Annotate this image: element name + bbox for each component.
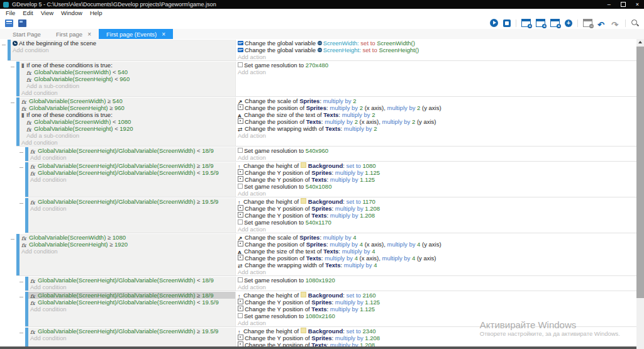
condition-row[interactable]: GlobalVariable(ScreenHeight) ≥ 960 (19, 104, 235, 111)
action-row[interactable]: Change the height of Background: set to … (236, 198, 636, 205)
action-row[interactable]: Change the Y position of Texts: multiply… (236, 306, 636, 313)
actions-cell[interactable]: Change the global variable ScreenWidth: … (235, 40, 636, 60)
add-plus-icon[interactable] (565, 19, 572, 27)
actions-cell[interactable]: Change the height of Background: set to … (235, 328, 636, 349)
tab-start-page[interactable]: Start Page (5, 29, 48, 39)
add-comment-icon[interactable] (550, 19, 560, 27)
actions-cell[interactable]: Set game resolution to 1080x1920Add acti… (235, 277, 636, 291)
add-action-button[interactable]: Add action (236, 53, 636, 60)
action-row[interactable]: Set game resolution to 540x960 (236, 147, 636, 154)
undo-icon[interactable] (597, 19, 606, 27)
start-page-icon[interactable] (18, 19, 26, 27)
conditions-cell[interactable]: GlobalVariable(ScreenWidth) ≥ 540GlobalV… (19, 97, 235, 146)
condition-row[interactable]: GlobalVariable(ScreenHeight)/GlobalVaria… (28, 147, 235, 154)
action-row[interactable]: Change the height of Background: set to … (236, 292, 636, 299)
conditions-cell[interactable]: GlobalVariable(ScreenHeight)/GlobalVaria… (28, 277, 235, 291)
actions-cell[interactable]: Change the height of Background: set to … (235, 198, 636, 233)
add-condition-button[interactable]: Add condition (28, 335, 235, 341)
action-row[interactable]: Set game resolution to 540x1080 (236, 183, 636, 190)
actions-cell[interactable]: Change the scale of Sprites: multiply by… (235, 234, 636, 275)
action-row[interactable]: Change the position of Sprites: multiply… (236, 104, 636, 111)
actions-cell[interactable]: Change the scale of Sprites: multiply by… (235, 97, 636, 146)
condition-row[interactable]: If one of these conditions is true: (19, 111, 235, 118)
action-row[interactable]: Change the Y position of Texts: multiply… (236, 176, 636, 183)
add-condition-button[interactable]: Add condition (28, 176, 235, 183)
menu-window[interactable]: Window (57, 9, 86, 16)
conditions-cell[interactable]: GlobalVariable(ScreenHeight)/GlobalVaria… (28, 292, 235, 326)
conditions-cell[interactable]: GlobalVariable(ScreenHeight)/GlobalVaria… (28, 162, 235, 197)
play-icon[interactable] (490, 19, 498, 27)
horizontal-scrollbar[interactable] (0, 346, 636, 349)
event[interactable]: GlobalVariable(ScreenWidth) ≥ 1080Global… (16, 234, 636, 276)
debug-icon[interactable] (503, 19, 511, 27)
event[interactable]: GlobalVariable(ScreenHeight)/GlobalVaria… (25, 198, 636, 233)
action-row[interactable]: Change the scale of Sprites: multiply by… (236, 234, 636, 241)
action-row[interactable]: Set game resolution to 540x1170 (236, 219, 636, 226)
close-icon[interactable]: × (636, 2, 639, 8)
actions-cell[interactable]: Set game resolution to 270x480Add action (235, 62, 636, 96)
condition-row[interactable]: GlobalVariable(ScreenHeight)/GlobalVaria… (28, 169, 235, 176)
tab-first-page[interactable]: First page (48, 29, 99, 39)
close-tab-icon[interactable] (162, 31, 165, 38)
menu-view[interactable]: View (37, 9, 57, 16)
conditions-cell[interactable]: GlobalVariable(ScreenHeight)/GlobalVaria… (28, 198, 235, 233)
conditions-cell[interactable]: If one of these conditions is true:Globa… (19, 62, 235, 96)
condition-row[interactable]: GlobalVariable(ScreenHeight)/GlobalVaria… (28, 198, 235, 205)
tab-first-page-events[interactable]: First page (Events) (99, 29, 173, 39)
project-manager-icon[interactable] (5, 19, 13, 27)
add-action-button[interactable]: Add action (236, 154, 636, 161)
event[interactable]: If one of these conditions is true:Globa… (16, 62, 636, 97)
add-action-button[interactable]: Add action (236, 132, 636, 139)
action-row[interactable]: Change the global variable ScreenHeight:… (236, 47, 636, 53)
event[interactable]: At the beginning of the sceneAdd conditi… (8, 40, 636, 61)
event[interactable]: GlobalVariable(ScreenHeight)/GlobalVaria… (25, 328, 636, 349)
menu-edit[interactable]: Edit (19, 9, 36, 16)
condition-row[interactable]: GlobalVariable(ScreenHeight)/GlobalVaria… (28, 277, 235, 284)
event[interactable]: GlobalVariable(ScreenHeight)/GlobalVaria… (25, 277, 636, 291)
add-condition-button[interactable]: Add condition (19, 139, 235, 146)
remove-event-icon[interactable] (583, 19, 592, 27)
maximize-icon[interactable] (621, 2, 626, 7)
add-event-icon[interactable] (521, 19, 531, 27)
event[interactable]: GlobalVariable(ScreenHeight)/GlobalVaria… (25, 162, 636, 197)
condition-row[interactable]: GlobalVariable(ScreenWidth) ≥ 540 (19, 97, 235, 104)
action-row[interactable]: Change the height of Background: set to … (236, 328, 636, 335)
condition-row[interactable]: GlobalVariable(ScreenHeight)/GlobalVaria… (28, 162, 235, 169)
action-row[interactable]: Change the position of Sprites: multiply… (236, 241, 636, 248)
action-row[interactable]: Change the Y position of Sprites: multip… (236, 299, 636, 306)
search-icon[interactable] (631, 19, 639, 27)
action-row[interactable]: Change the scale of Sprites: multiply by… (236, 97, 636, 104)
action-row[interactable]: Change the size of the text of Texts: mu… (236, 111, 636, 118)
action-row[interactable]: Change the Y position of Sprites: multip… (236, 169, 636, 176)
event[interactable]: GlobalVariable(ScreenHeight)/GlobalVaria… (25, 147, 636, 162)
vertical-scrollbar[interactable] (636, 39, 644, 349)
event[interactable]: GlobalVariable(ScreenWidth) ≥ 540GlobalV… (16, 97, 636, 147)
add-condition-button[interactable]: Add condition (11, 47, 235, 53)
add-action-button[interactable]: Add action (236, 69, 636, 75)
add-condition-button[interactable]: Add condition (19, 248, 235, 255)
condition-row[interactable]: At the beginning of the scene (11, 40, 235, 47)
action-row[interactable]: Set game resolution to 1080x2160 (236, 313, 636, 319)
conditions-cell[interactable]: At the beginning of the sceneAdd conditi… (11, 40, 235, 60)
add-condition-button[interactable]: Add condition (28, 284, 235, 291)
action-row[interactable]: Change the wrapping width of Texts: mult… (236, 125, 636, 132)
action-row[interactable]: Change the Y position of Sprites: multip… (236, 335, 636, 341)
minimize-icon[interactable]: – (608, 2, 611, 8)
action-row[interactable]: Change the position of Texts: multiply b… (236, 118, 636, 125)
condition-row[interactable]: GlobalVariable(ScreenHeight)/GlobalVaria… (28, 328, 235, 335)
conditions-cell[interactable]: GlobalVariable(ScreenHeight)/GlobalVaria… (28, 147, 235, 161)
add-action-button[interactable]: Add action (236, 319, 636, 326)
action-row[interactable]: Change the global variable ScreenWidth: … (236, 40, 636, 47)
condition-row[interactable]: GlobalVariable(ScreenHeight) < 1920 (19, 125, 235, 132)
conditions-cell[interactable]: GlobalVariable(ScreenWidth) ≥ 1080Global… (19, 234, 235, 275)
add-action-button[interactable]: Add action (236, 190, 636, 197)
action-row[interactable]: Set game resolution to 1080x1920 (236, 277, 636, 284)
condition-row[interactable]: GlobalVariable(ScreenWidth) ≥ 1080 (19, 234, 235, 241)
scrollbar-thumb[interactable] (636, 47, 644, 298)
add-condition-button[interactable]: Add condition (19, 89, 235, 96)
action-row[interactable]: Set game resolution to 270x480 (236, 62, 636, 69)
condition-row[interactable]: GlobalVariable(ScreenHeight)/GlobalVaria… (28, 299, 235, 306)
add-condition-button[interactable]: Add condition (28, 154, 235, 161)
add-subevent-icon[interactable] (536, 19, 545, 27)
action-row[interactable]: Change the wrapping width of Texts: mult… (236, 262, 636, 269)
